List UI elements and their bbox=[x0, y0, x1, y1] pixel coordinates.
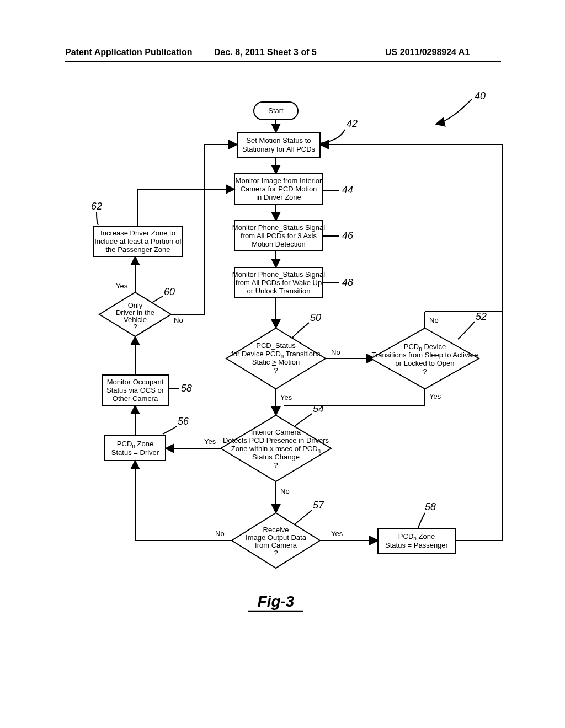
node-48-l2: from All PCDs for Wake Up bbox=[236, 279, 322, 287]
edge-58-return bbox=[455, 312, 502, 540]
edge-52-no-label: No bbox=[429, 316, 439, 324]
edge-62-64-label: Yes bbox=[116, 282, 128, 290]
edge-62-no-label: No bbox=[174, 316, 183, 324]
ref-54: 54 bbox=[313, 403, 324, 414]
node-57-l2: Image Output Data bbox=[246, 533, 307, 542]
node-46-l3: Motion Detection bbox=[252, 240, 306, 248]
ref-52: 52 bbox=[476, 311, 487, 322]
ref-lead-64 bbox=[97, 212, 98, 225]
node-50-l1: PCD_Status bbox=[256, 341, 296, 350]
ref-48: 48 bbox=[342, 277, 353, 288]
edge-52-yes bbox=[284, 389, 425, 405]
ref-46: 46 bbox=[342, 230, 354, 241]
ref-lead-42 bbox=[320, 130, 345, 143]
ref-lead-57 bbox=[295, 510, 312, 524]
node-56-l2: Status = Driver bbox=[111, 448, 159, 457]
node-57-l3: from Camera bbox=[255, 541, 297, 549]
ref-arrow-40 bbox=[436, 99, 472, 124]
node-56-l1: PCDn Zone bbox=[117, 440, 153, 449]
node-44-l3: in Driver Zone bbox=[256, 193, 301, 201]
header-right: US 2011/0298924 A1 bbox=[385, 47, 470, 57]
ref-64: 62 bbox=[91, 201, 102, 212]
node-58-l1: PCDn Zone bbox=[398, 532, 435, 542]
ref-lead-52 bbox=[458, 322, 475, 339]
flowchart-figure: 40 Start Set Motion Status to Stationary… bbox=[61, 91, 519, 676]
node-58-l2: Status = Passenger bbox=[385, 541, 448, 549]
node-60-l1: Monitor Occupant bbox=[107, 378, 164, 386]
ref-lead-58 bbox=[418, 513, 425, 528]
node-52-l3: or Locked to Open bbox=[396, 359, 455, 367]
node-42-l1: Set Motion Status to bbox=[246, 136, 311, 144]
node-54-l2: Detects PCD Presence in Drivers bbox=[223, 436, 329, 445]
node-54-l1: Interior Camera bbox=[251, 428, 301, 436]
header-left: Patent Application Publication bbox=[65, 47, 193, 57]
node-50-l4: ? bbox=[274, 366, 278, 374]
node-46-l1: Monitor Phone_Status Signal bbox=[232, 223, 325, 232]
edge-64-44 bbox=[138, 189, 234, 226]
node-start-text: Start bbox=[268, 106, 284, 115]
ref-42: 42 bbox=[347, 118, 358, 129]
edge-57-56 bbox=[135, 461, 232, 540]
ref-50: 50 bbox=[310, 312, 321, 323]
header-mid: Dec. 8, 2011 Sheet 3 of 5 bbox=[214, 47, 317, 57]
node-57-l1: Receive bbox=[263, 526, 289, 534]
ref-56: 56 bbox=[178, 416, 189, 427]
ref-60: 58 bbox=[181, 383, 192, 394]
edge-54-57-label: No bbox=[280, 487, 290, 495]
ref-lead-50 bbox=[292, 323, 309, 338]
node-54-l5: ? bbox=[274, 461, 278, 469]
ref-57: 57 bbox=[313, 500, 324, 511]
node-52-l2: Transitions from Sleep to Activate bbox=[371, 351, 478, 359]
node-64-l3: the Passenger Zone bbox=[105, 245, 170, 254]
node-62-l4: ? bbox=[133, 323, 137, 331]
node-52-l4: ? bbox=[423, 367, 427, 376]
figure-caption: Fig-3 bbox=[258, 593, 295, 610]
ref-62: 60 bbox=[164, 286, 175, 297]
edge-57-56-label: No bbox=[215, 529, 225, 538]
node-42-l2: Stationary for All PCDs bbox=[242, 145, 316, 153]
node-48-l1: Monitor Phone_Status Signal bbox=[232, 270, 325, 279]
edge-54-56-label: Yes bbox=[204, 437, 216, 446]
node-46-l2: from All PCDs for 3 Axis bbox=[241, 232, 317, 240]
edge-50-52-label: No bbox=[331, 348, 340, 356]
ref-lead-56 bbox=[163, 426, 177, 434]
node-44-l2: Camera for PCD Motion bbox=[241, 185, 317, 193]
node-60-l3: Other Camera bbox=[113, 394, 158, 403]
edge-52-yes-label: Yes bbox=[429, 392, 441, 400]
ref-40: 40 bbox=[475, 91, 486, 101]
edge-57-58-label: Yes bbox=[331, 529, 343, 538]
node-64-l2: Include at least a Portion of bbox=[94, 237, 182, 245]
node-50-l3: Static > Motion bbox=[252, 358, 300, 366]
ref-lead-54 bbox=[295, 414, 312, 426]
node-60-l2: Status via OCS or bbox=[106, 386, 164, 394]
node-57-l4: ? bbox=[274, 549, 278, 557]
ref-lead-62 bbox=[152, 296, 163, 303]
ref-58-real: 58 bbox=[425, 501, 436, 512]
node-54-l4: Status Change bbox=[252, 453, 300, 461]
edge-50-54-label: Yes bbox=[280, 393, 292, 402]
node-64-l1: Increase Driver Zone to bbox=[100, 229, 175, 237]
node-48-l3: or Unlock Transition bbox=[247, 287, 311, 295]
header-rule bbox=[65, 61, 501, 62]
node-44-l1: Monitor Image from Interior bbox=[236, 176, 322, 185]
ref-44: 44 bbox=[342, 184, 353, 195]
